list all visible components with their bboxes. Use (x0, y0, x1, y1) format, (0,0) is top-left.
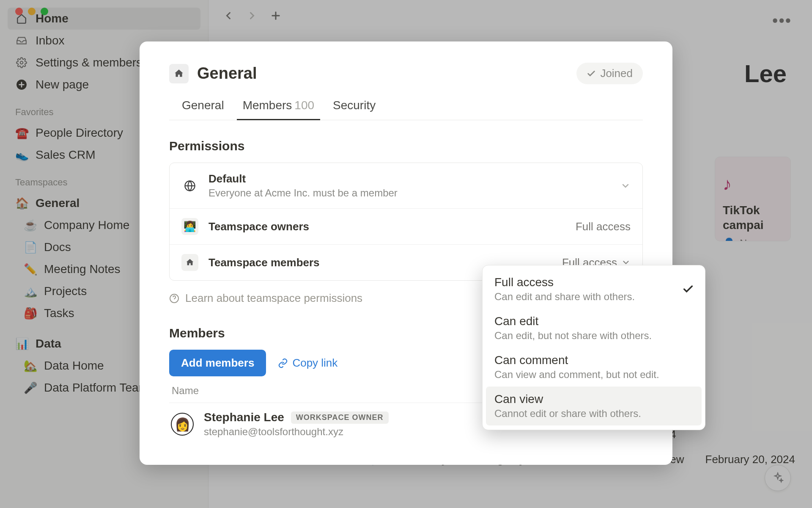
permissions-box: Default Everyone at Acme Inc. must be a … (169, 163, 643, 281)
member-name: Stephanie Lee (204, 411, 284, 424)
permission-default[interactable]: Default Everyone at Acme Inc. must be a … (170, 163, 642, 209)
owners-access-level: Full access (576, 220, 631, 233)
tab-security[interactable]: Security (333, 99, 376, 120)
check-icon (682, 283, 694, 295)
option-can-edit[interactable]: Can edit Can edit, but not share with ot… (486, 309, 702, 348)
col-name: Name (172, 385, 199, 397)
joined-status[interactable]: Joined (576, 63, 643, 84)
copy-link-button[interactable]: Copy link (278, 356, 337, 370)
access-level-dropdown: Full access Can edit and share with othe… (482, 265, 705, 430)
workspace-owner-badge: WORKSPACE OWNER (291, 411, 389, 424)
tab-members[interactable]: Members100 (243, 99, 314, 120)
member-avatar[interactable]: 👩 (171, 413, 194, 436)
chevron-down-icon (620, 181, 631, 191)
modal-title: General (197, 64, 257, 83)
option-can-comment[interactable]: Can comment Can view and comment, but no… (486, 348, 702, 387)
option-can-view[interactable]: Can view Cannot edit or share with other… (486, 387, 702, 425)
modal-tabs: General Members100 Security (169, 99, 643, 120)
option-full-access[interactable]: Full access Can edit and share with othe… (486, 270, 702, 309)
house-icon (181, 254, 198, 271)
permissions-heading: Permissions (169, 139, 643, 153)
owner-avatar-icon: 👩‍💻 (181, 218, 198, 235)
teamspace-icon[interactable] (169, 64, 189, 83)
permission-owners: 👩‍💻 Teamspace owners Full access (170, 209, 642, 245)
member-email: stephanie@toolsforthought.xyz (204, 426, 389, 438)
globe-icon (181, 177, 198, 194)
add-members-button[interactable]: Add members (169, 350, 266, 376)
tab-general[interactable]: General (182, 99, 224, 120)
